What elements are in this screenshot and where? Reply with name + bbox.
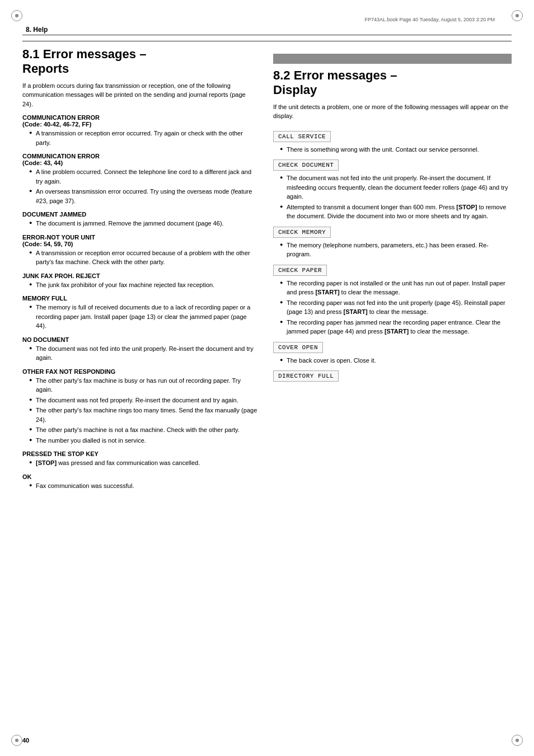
corner-mark-bl xyxy=(11,735,22,746)
corner-mark-br xyxy=(512,735,523,746)
corner-mark-tl xyxy=(11,10,22,21)
error-heading-nodoc: NO DOCUMENT xyxy=(22,336,257,343)
error-heading-notyour: ERROR-NOT YOUR UNIT(Code: 54, 59, 70) xyxy=(22,234,257,247)
bullet-memfull-1: The memory is full of received documents… xyxy=(30,303,257,331)
error-heading-stopkey: PRESSED THE STOP KEY xyxy=(22,450,257,457)
error-heading-junk: JUNK FAX PROH. REJECT xyxy=(22,273,257,279)
bullet-checkpaper-3: The recording paper has jammed near the … xyxy=(281,318,512,336)
bullet-checkmem-1: The memory (telephone numbers, parameter… xyxy=(281,241,512,259)
error-heading-memfull: MEMORY FULL xyxy=(22,295,257,302)
bullet-comm1-1: A transmission or reception error occurr… xyxy=(30,129,257,147)
two-column-layout: 8.1 Error messages –Reports If a problem… xyxy=(22,47,512,491)
display-box-callservice: CALL SERVICE xyxy=(273,131,331,142)
col-right: 8.2 Error messages –Display If the unit … xyxy=(273,47,512,491)
section-header: 8. Help xyxy=(22,25,512,35)
bullet-comm2-2: An overseas transmission error occurred.… xyxy=(30,187,257,205)
bullet-checkpaper-2: The recording paper was not fed into the… xyxy=(281,298,512,317)
bullet-checkpaper-1: The recording paper is not installed or … xyxy=(281,279,512,297)
corner-mark-tr xyxy=(512,10,523,21)
error-heading-comm1: COMMUNICATION ERROR(Code: 40-42, 46-72, … xyxy=(22,114,257,128)
bullet-stopkey-1: [STOP] was pressed and fax communication… xyxy=(30,458,257,468)
page-number: 40 xyxy=(22,737,29,744)
file-info: FP743AL.book Page 40 Tuesday, August 5, … xyxy=(22,17,512,22)
error-heading-ok: OK xyxy=(22,473,257,480)
bullet-comm2-1: A line problem occurred. Connect the tel… xyxy=(30,167,257,186)
bullet-junk-1: The junk fax prohibitor of your fax mach… xyxy=(30,280,257,290)
bullet-nodoc-1: The document was not fed into the unit p… xyxy=(30,344,257,363)
display-box-dirfull: DIRECTORY FULL xyxy=(273,370,339,382)
bullet-otherfax-2: The document was not fed properly. Re-in… xyxy=(30,396,257,405)
bullet-docjam-1: The document is jammed. Remove the jamme… xyxy=(30,219,257,228)
page: FP743AL.book Page 40 Tuesday, August 5, … xyxy=(0,0,534,756)
section-82-bar xyxy=(273,54,512,64)
error-heading-docjam: DOCUMENT JAMMED xyxy=(22,211,257,218)
display-box-checkpaper: CHECK PAPER xyxy=(273,265,327,276)
bullet-otherfax-5: The number you dialled is not in service… xyxy=(30,436,257,445)
section-82-intro: If the unit detects a problem, one or mo… xyxy=(273,102,512,121)
section-82-title: 8.2 Error messages –Display xyxy=(273,68,512,98)
bullet-notyour-1: A transmission or reception error occurr… xyxy=(30,248,257,267)
display-box-coveropen: COVER OPEN xyxy=(273,342,323,353)
bullet-checkdoc-1: The document was not fed into the unit p… xyxy=(281,173,512,201)
display-box-checkdoc: CHECK DOCUMENT xyxy=(273,159,339,171)
bullet-otherfax-1: The other party's fax machine is busy or… xyxy=(30,376,257,395)
bullet-callservice-1: There is something wrong with the unit. … xyxy=(281,145,512,154)
section-81-intro: If a problem occurs during fax transmiss… xyxy=(22,81,257,109)
bullet-otherfax-3: The other party's fax machine rings too … xyxy=(30,406,257,424)
error-heading-comm2: COMMUNICATION ERROR(Code: 43, 44) xyxy=(22,153,257,166)
display-box-checkmem: CHECK MEMORY xyxy=(273,227,331,238)
bullet-ok-1: Fax communication was successful. xyxy=(30,481,257,491)
bullet-otherfax-4: The other party's machine is not a fax m… xyxy=(30,425,257,435)
error-heading-otherfax: OTHER FAX NOT RESPONDING xyxy=(22,368,257,375)
section-divider xyxy=(22,41,512,41)
bullet-checkdoc-2: Attempted to transmit a document longer … xyxy=(281,203,512,221)
bullet-coveropen-1: The back cover is open. Close it. xyxy=(281,356,512,365)
col-left: 8.1 Error messages –Reports If a problem… xyxy=(22,47,257,491)
section-81-title: 8.1 Error messages –Reports xyxy=(22,47,257,77)
